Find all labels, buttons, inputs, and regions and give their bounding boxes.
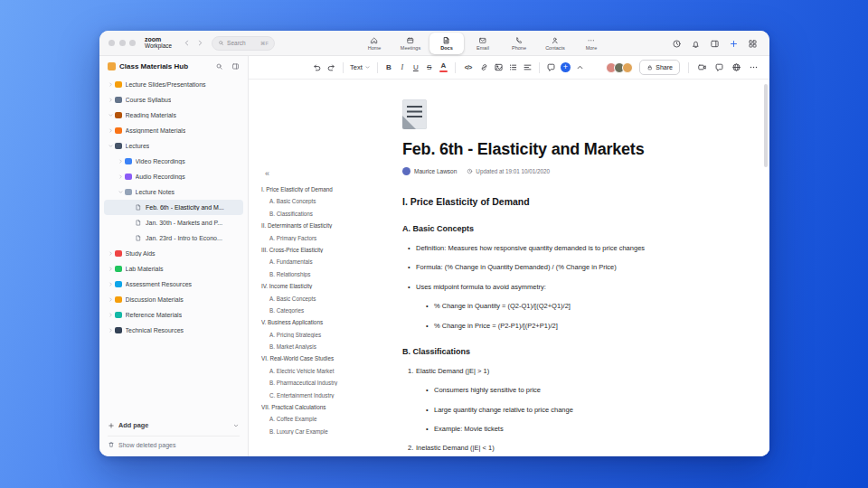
plus-button[interactable] xyxy=(729,39,739,49)
scrollbar[interactable] xyxy=(764,84,768,167)
maximize-button[interactable] xyxy=(129,40,136,46)
tree-item-technical-resources[interactable]: Technical Resources xyxy=(104,323,243,338)
toc-item[interactable]: V. Business Applications xyxy=(261,319,363,325)
insert-button[interactable]: + xyxy=(561,62,571,72)
chevron-right-icon[interactable] xyxy=(106,81,115,88)
chevron-down-icon[interactable] xyxy=(106,143,115,149)
collaborator-avatar[interactable] xyxy=(622,62,633,73)
code-button[interactable]: </> xyxy=(462,62,475,72)
strikethrough-button[interactable]: S xyxy=(425,62,434,72)
text-style-dropdown[interactable]: Text xyxy=(350,63,371,71)
toc-item[interactable]: A. Primary Factors xyxy=(261,235,363,241)
image-button[interactable] xyxy=(494,62,504,72)
tree-item-lecture-slides-presentations[interactable]: Lecture Slides/Presentations xyxy=(104,77,243,92)
tree-item-study-aids[interactable]: Study Aids xyxy=(104,246,243,261)
show-deleted-pages-button[interactable]: Show deleted pages xyxy=(108,436,240,451)
toc-item[interactable]: A. Basic Concepts xyxy=(261,296,363,302)
tree-item-lectures[interactable]: Lectures xyxy=(104,138,243,154)
globe-button[interactable] xyxy=(731,62,741,72)
bell-button[interactable] xyxy=(691,39,701,49)
tree-item-assignment-materials[interactable]: Assignment Materials xyxy=(104,123,243,138)
align-button[interactable] xyxy=(523,62,533,72)
toc-item[interactable]: B. Classifications xyxy=(261,211,363,217)
tree-item-jan-23rd-intro-to-econo[interactable]: Jan. 23rd - Intro to Econo... xyxy=(104,230,243,246)
camera-button[interactable] xyxy=(697,62,707,72)
toc-item[interactable]: A. Fundamentals xyxy=(261,258,363,265)
toc-collapse-button[interactable]: « xyxy=(265,170,269,178)
chevron-right-icon[interactable] xyxy=(106,97,115,103)
chevron-right-icon[interactable] xyxy=(106,327,115,333)
nav-tab-email[interactable]: Email xyxy=(466,33,500,54)
global-search[interactable]: ⌘F xyxy=(212,36,275,51)
toc-item[interactable]: A. Coffee Example xyxy=(261,416,363,422)
comment-button[interactable] xyxy=(546,62,556,72)
toc-item[interactable]: A. Pricing Strategies xyxy=(261,332,363,338)
redo-button[interactable] xyxy=(326,62,336,72)
panel-button[interactable] xyxy=(710,39,720,49)
clock-button[interactable] xyxy=(672,39,682,49)
nav-tab-more[interactable]: More xyxy=(574,33,609,54)
tree-item-reference-materials[interactable]: Reference Materials xyxy=(104,307,243,323)
font-color-button[interactable]: A xyxy=(439,62,448,72)
forward-button[interactable] xyxy=(195,38,205,48)
chevron-up-button[interactable] xyxy=(575,62,585,72)
grid-button[interactable] xyxy=(748,39,758,49)
document-body[interactable]: I. Price Elasticity of DemandA. Basic Co… xyxy=(402,196,703,453)
toc-item[interactable]: III. Cross-Price Elasticity xyxy=(261,247,363,253)
nav-tab-meetings[interactable]: Meetings xyxy=(393,33,428,54)
chevron-right-icon[interactable] xyxy=(116,174,125,180)
chevron-down-icon[interactable] xyxy=(116,189,125,195)
toc-item[interactable]: VI. Real-World Case Studies xyxy=(261,355,363,361)
chevron-right-icon[interactable] xyxy=(106,312,115,318)
tree-item-assessment-resources[interactable]: Assessment Resources xyxy=(104,277,243,292)
toc-item[interactable]: A. Electric Vehicle Market xyxy=(261,368,363,374)
undo-button[interactable] xyxy=(312,62,322,72)
toc-item[interactable]: B. Luxury Car Example xyxy=(261,428,363,435)
tree-item-course-syllabus[interactable]: Course Syllabus xyxy=(104,92,243,108)
minimize-button[interactable] xyxy=(119,40,126,46)
tree-item-reading-materials[interactable]: Reading Materials xyxy=(104,108,243,123)
tree-item-video-recordings[interactable]: Video Recordings xyxy=(104,154,243,169)
close-button[interactable] xyxy=(108,40,115,46)
back-button[interactable] xyxy=(182,38,192,48)
tree-item-audio-recordings[interactable]: Audio Recordings xyxy=(104,169,243,184)
toc-item[interactable]: C. Entertainment Industry xyxy=(261,392,363,399)
chevron-right-icon[interactable] xyxy=(106,266,115,272)
toc-item[interactable]: A. Basic Concepts xyxy=(261,198,363,204)
toc-item[interactable]: B. Categories xyxy=(261,307,363,314)
nav-tab-home[interactable]: Home xyxy=(357,33,392,54)
chevron-right-icon[interactable] xyxy=(116,158,125,164)
more-button[interactable] xyxy=(749,62,759,72)
tree-item-discussion-materials[interactable]: Discussion Materials xyxy=(104,292,243,307)
chevron-right-icon[interactable] xyxy=(106,281,115,287)
nav-tab-phone[interactable]: Phone xyxy=(502,33,536,54)
toc-item[interactable]: I. Price Elasticity of Demand xyxy=(261,186,363,192)
chat-button[interactable] xyxy=(714,62,724,72)
tree-item-lecture-notes[interactable]: Lecture Notes xyxy=(104,184,243,200)
toc-item[interactable]: B. Pharmaceutical Industry xyxy=(261,380,363,386)
underline-button[interactable]: U xyxy=(411,62,420,72)
toc-item[interactable]: IV. Income Elasticity xyxy=(261,283,363,289)
chevron-down-icon[interactable] xyxy=(106,112,115,118)
bold-button[interactable]: B xyxy=(384,62,393,72)
chevron-right-icon[interactable] xyxy=(106,127,115,134)
toc-item[interactable]: B. Relationships xyxy=(261,271,363,277)
tree-item-jan-30th-markets-and-p[interactable]: Jan. 30th - Markets and P... xyxy=(104,215,243,230)
nav-tab-docs[interactable]: Docs xyxy=(429,33,464,54)
toc-item[interactable]: II. Determinants of Elasticity xyxy=(261,222,363,229)
sidebar-search-icon[interactable] xyxy=(215,62,223,70)
nav-tab-contacts[interactable]: Contacts xyxy=(538,33,572,54)
tree-item-feb-6th-elasticity-and-m[interactable]: Feb. 6th - Elasticity and M... xyxy=(104,200,243,215)
add-page-button[interactable]: Add page xyxy=(108,418,240,433)
link-button[interactable] xyxy=(479,62,489,72)
bullet-list-button[interactable] xyxy=(508,62,518,72)
tree-item-lab-materials[interactable]: Lab Materials xyxy=(104,261,243,277)
document-area[interactable]: « I. Price Elasticity of DemandA. Basic … xyxy=(249,80,769,456)
italic-button[interactable]: I xyxy=(398,62,407,72)
toc-item[interactable]: B. Market Analysis xyxy=(261,343,363,350)
document-title[interactable]: Feb. 6th - Elasticity and Markets xyxy=(402,140,703,159)
chevron-right-icon[interactable] xyxy=(106,250,115,257)
sidebar-collapse-icon[interactable] xyxy=(231,62,240,70)
search-input[interactable] xyxy=(227,40,258,46)
share-button[interactable]: Share xyxy=(639,60,680,75)
